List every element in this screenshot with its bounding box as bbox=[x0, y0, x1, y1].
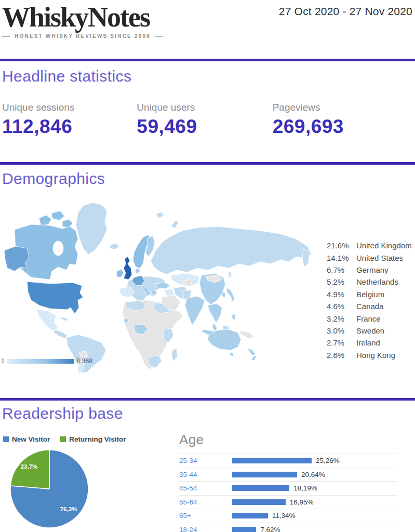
logo-tagline: HONEST WHISKY REVIEWS SINCE 2008 bbox=[2, 33, 163, 39]
age-bar bbox=[232, 458, 312, 463]
stat-value: 112,846 bbox=[2, 116, 137, 138]
country-percent: 2.6% bbox=[327, 351, 356, 360]
age-bucket-label: 18-24 bbox=[179, 526, 232, 532]
age-value: 18,19% bbox=[293, 484, 317, 492]
stat-value: 269,693 bbox=[273, 116, 407, 138]
map-region-levant bbox=[164, 289, 175, 296]
country-percent: 4.6% bbox=[327, 302, 356, 311]
top-countries-list: 21.6%United Kingdom 14.1%United States 6… bbox=[327, 240, 414, 361]
section-divider bbox=[0, 59, 415, 61]
country-row: 2.6%Hong Kong bbox=[327, 349, 414, 361]
map-region-central-america bbox=[54, 329, 68, 339]
stat-label: Unique users bbox=[137, 102, 272, 113]
age-bar-chart: Age 25-3425,26% 35-4420,64% 45-5418,19% … bbox=[179, 432, 397, 532]
age-bucket-label: 45-54 bbox=[179, 484, 232, 492]
headline-statistics-title: Headline statistics bbox=[2, 68, 131, 85]
age-value: 16,95% bbox=[290, 498, 314, 506]
visitor-type-legend: New Visitor Returning Visitor bbox=[3, 435, 126, 443]
map-country-new-zealand-south bbox=[251, 355, 257, 361]
stat-label: Unique sessions bbox=[2, 102, 137, 113]
readership-base-title: Readership base bbox=[2, 405, 123, 422]
country-name: United States bbox=[356, 254, 403, 262]
country-row: 2.7%Ireland bbox=[327, 337, 414, 349]
map-country-japan bbox=[227, 288, 235, 301]
country-row: 4.6%Canada bbox=[327, 300, 414, 312]
map-country-south-africa bbox=[148, 355, 162, 368]
new-visitor-swatch bbox=[3, 436, 9, 442]
age-value: 25,26% bbox=[316, 457, 340, 464]
country-row: 21.6%United Kingdom bbox=[327, 240, 414, 251]
country-name: Netherlands bbox=[356, 277, 398, 286]
map-region-arctic-islands bbox=[62, 219, 73, 228]
age-chart-title: Age bbox=[179, 432, 397, 448]
legend-label: New Visitor bbox=[12, 435, 50, 443]
map-country-mexico bbox=[36, 310, 58, 330]
country-percent: 6.7% bbox=[327, 265, 356, 274]
country-percent: 4.9% bbox=[327, 290, 356, 299]
section-divider bbox=[0, 162, 415, 165]
map-scale-max: 8.368 bbox=[76, 357, 92, 365]
map-country-australia bbox=[208, 329, 241, 350]
legend-label: Returning Visitor bbox=[69, 435, 126, 443]
country-name: France bbox=[356, 314, 381, 323]
world-map-svg bbox=[0, 198, 322, 373]
country-percent: 3.0% bbox=[327, 326, 356, 335]
age-bar bbox=[232, 499, 286, 505]
section-divider bbox=[0, 398, 415, 401]
map-region-malay-peninsula bbox=[212, 323, 217, 331]
headline-stats-row: Unique sessions 112,846 Unique users 59,… bbox=[2, 102, 407, 138]
map-region-arctic-islands bbox=[39, 215, 51, 225]
map-region-alaska bbox=[4, 246, 29, 271]
map-country-new-zealand bbox=[248, 348, 256, 355]
country-percent: 21.6% bbox=[327, 241, 356, 250]
age-bucket-label: 25-34 bbox=[179, 457, 232, 464]
world-choropleth-map: 1 8.368 bbox=[0, 198, 322, 373]
report-date-range: 27 Oct 2020 - 27 Nov 2020 bbox=[279, 5, 412, 18]
map-hudson-bay bbox=[53, 241, 63, 256]
map-country-india bbox=[185, 296, 205, 325]
map-scale-gradient-bar bbox=[7, 359, 74, 364]
map-region-caribbean bbox=[60, 317, 69, 321]
age-value: 11,34% bbox=[272, 512, 296, 520]
legend-item-new-visitor: New Visitor bbox=[3, 435, 50, 443]
map-region-sakhalin bbox=[229, 271, 231, 277]
tagline-text: HONEST WHISKY REVIEWS SINCE 2008 bbox=[15, 33, 151, 39]
country-percent: 3.2% bbox=[327, 314, 356, 323]
age-row: 65+11,34% bbox=[179, 509, 397, 523]
country-name: United Kingdom bbox=[356, 241, 412, 250]
map-color-scale-legend: 1 8.368 bbox=[1, 357, 92, 365]
map-country-south-korea bbox=[222, 292, 225, 298]
map-region-southeast-asia bbox=[208, 303, 222, 323]
country-name: Germany bbox=[356, 265, 389, 274]
country-row: 14.1%United States bbox=[327, 251, 414, 263]
visitor-type-pie-chart bbox=[9, 449, 89, 529]
stat-value: 59,469 bbox=[137, 116, 272, 138]
map-country-madagascar bbox=[171, 348, 178, 362]
country-row: 5.2%Netherlands bbox=[327, 276, 414, 288]
map-country-russia bbox=[151, 227, 312, 274]
stat-label: Pageviews bbox=[273, 102, 407, 113]
country-percent: 5.2% bbox=[327, 277, 356, 286]
country-percent: 2.7% bbox=[327, 338, 356, 347]
country-row: 3.0%Sweden bbox=[327, 325, 414, 337]
stat-pageviews: Pageviews 269,693 bbox=[273, 102, 407, 138]
age-row: 18-247,62% bbox=[179, 523, 397, 532]
stat-unique-sessions: Unique sessions 112,846 bbox=[2, 102, 137, 138]
country-name: Ireland bbox=[356, 338, 380, 347]
map-region-tasmania bbox=[230, 352, 234, 356]
tagline-rule-right bbox=[155, 36, 163, 37]
map-region-novaya-zemlya bbox=[171, 220, 179, 229]
pie-value-returning-visitor: 23,7% bbox=[21, 463, 38, 470]
map-region-arctic-islands bbox=[52, 211, 64, 220]
tagline-rule-left bbox=[2, 36, 10, 37]
country-row: 4.9%Belgium bbox=[327, 288, 414, 300]
age-bar bbox=[232, 485, 289, 491]
age-row: 45-5418,19% bbox=[179, 481, 397, 495]
logo-wordmark: WhiskyNotes bbox=[2, 3, 163, 31]
country-row: 6.7%Germany bbox=[327, 264, 414, 276]
map-country-turkey bbox=[155, 283, 170, 289]
map-country-philippines bbox=[232, 314, 236, 320]
returning-visitor-swatch bbox=[60, 436, 66, 442]
map-country-united-kingdom bbox=[124, 257, 132, 280]
map-region-balkans bbox=[152, 290, 157, 295]
